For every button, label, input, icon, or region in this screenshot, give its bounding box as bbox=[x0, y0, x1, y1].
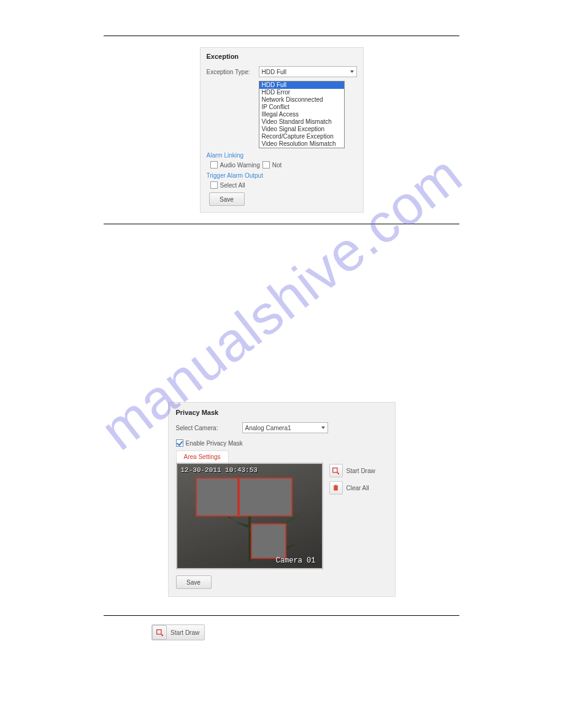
select-camera-dropdown[interactable]: Analog Camera1 bbox=[242, 422, 328, 433]
select-all-checkbox[interactable] bbox=[210, 181, 218, 189]
exception-title: Exception bbox=[207, 53, 357, 60]
select-camera-label: Select Camera: bbox=[176, 425, 242, 431]
chevron-down-icon bbox=[350, 70, 354, 73]
audio-warning-label: Audio Warning bbox=[220, 162, 260, 169]
exception-type-label: Exception Type: bbox=[207, 69, 259, 75]
svg-rect-4 bbox=[334, 487, 338, 491]
bottom-rule bbox=[104, 615, 459, 616]
privacy-mask-region[interactable] bbox=[239, 477, 293, 517]
svg-rect-6 bbox=[335, 485, 337, 486]
camera-name-overlay: Camera 01 bbox=[276, 556, 316, 565]
select-all-label: Select All bbox=[220, 182, 245, 189]
top-rule bbox=[104, 36, 459, 36]
exception-panel: Exception Exception Type: HDD Full HDD F… bbox=[200, 47, 364, 213]
camera-preview[interactable]: 12-30-2011 10:43:53 Camera 01 bbox=[176, 463, 323, 569]
listbox-item[interactable]: Record/Capture Exception bbox=[259, 133, 344, 140]
listbox-item[interactable]: HDD Error bbox=[259, 89, 344, 96]
svg-rect-7 bbox=[156, 629, 161, 634]
svg-rect-0 bbox=[333, 468, 337, 472]
exception-save-button[interactable]: Save bbox=[209, 192, 245, 206]
clear-all-button[interactable]: Clear All bbox=[329, 481, 375, 495]
exception-type-dropdown[interactable]: HDD Full bbox=[259, 66, 357, 77]
draw-rect-icon bbox=[152, 625, 167, 640]
listbox-item[interactable]: Video Standard Mismatch bbox=[259, 118, 344, 126]
listbox-item[interactable]: Video Resolution Mismatch bbox=[259, 140, 344, 148]
audio-warning-checkbox[interactable] bbox=[210, 161, 218, 169]
draw-rect-icon bbox=[329, 464, 343, 477]
listbox-item[interactable]: Network Disconnected bbox=[259, 96, 344, 104]
area-settings-tab[interactable]: Area Settings bbox=[176, 450, 229, 463]
trash-icon bbox=[329, 481, 343, 495]
trigger-alarm-output-label: Trigger Alarm Output bbox=[207, 172, 357, 179]
privacy-mask-region[interactable] bbox=[251, 523, 286, 559]
start-draw-button[interactable]: Start Draw bbox=[329, 464, 375, 477]
privacy-mask-title: Privacy Mask bbox=[176, 409, 388, 416]
standalone-start-draw-button[interactable]: Start Draw bbox=[151, 624, 205, 640]
select-camera-value: Analog Camera1 bbox=[245, 425, 291, 431]
notify-label: Not bbox=[272, 162, 282, 169]
privacy-mask-region[interactable] bbox=[196, 477, 239, 517]
exception-type-value: HDD Full bbox=[262, 69, 287, 75]
listbox-item[interactable]: IP Conflict bbox=[259, 104, 344, 111]
enable-privacy-mask-label: Enable Privacy Mask bbox=[186, 440, 243, 447]
listbox-item[interactable]: HDD Full bbox=[259, 82, 344, 89]
enable-privacy-mask-checkbox[interactable] bbox=[176, 439, 183, 447]
exception-type-listbox[interactable]: HDD Full HDD Error Network Disconnected … bbox=[259, 81, 345, 148]
listbox-item[interactable]: Illegal Access bbox=[259, 111, 344, 118]
chevron-down-icon bbox=[321, 427, 325, 429]
listbox-item[interactable]: Video Signal Exception bbox=[259, 126, 344, 133]
preview-timestamp: 12-30-2011 10:43:53 bbox=[181, 466, 258, 474]
notify-checkbox[interactable] bbox=[262, 161, 270, 169]
alarm-linking-label: Alarm Linking bbox=[207, 152, 357, 159]
privacy-save-button[interactable]: Save bbox=[176, 575, 212, 589]
mid-rule bbox=[104, 224, 459, 224]
privacy-mask-panel: Privacy Mask Select Camera: Analog Camer… bbox=[168, 402, 396, 597]
